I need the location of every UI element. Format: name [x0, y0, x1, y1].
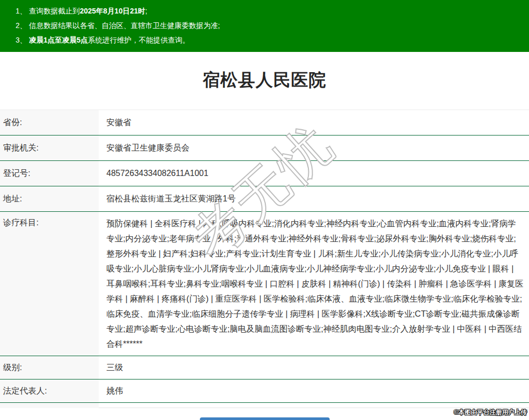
hospital-info-table: 省份: 安徽省 审批机关: 安徽省卫生健康委员会 登记号: 4857263433…: [0, 110, 529, 403]
row-label: 诊疗科目:: [0, 212, 99, 356]
row-label: 级别:: [0, 356, 99, 380]
table-row-level: 级别: 三级: [0, 356, 529, 380]
notice-text: 查询数据截止到: [29, 7, 80, 15]
row-label: 法定代表人:: [0, 380, 99, 403]
notice-line-1: 1、 查询数据截止到2025年8月10日21时;: [16, 4, 524, 18]
row-value: 姚伟: [99, 380, 529, 403]
row-value: 安徽省: [99, 110, 529, 136]
row-value: 安徽省卫生健康委员会: [99, 136, 529, 161]
notice-line-2: 2、 信息数据结果以各省、自治区、直辖市卫生健康委数据为准;: [16, 18, 524, 33]
row-label: 审批机关:: [0, 136, 99, 161]
notice-line-3: 3、 凌晨1点至凌晨5点系统进行维护，不能提供查询。: [16, 33, 524, 47]
table-row-legal-representative: 法定代表人: 姚伟: [0, 380, 529, 403]
partial-next-row: [0, 403, 529, 408]
notice-text: 系统进行维护，不能提供查询。: [88, 36, 189, 44]
table-row-address: 地址: 宿松县松兹街道玉龙社区黄湖路1号: [0, 186, 529, 212]
notice-banner: 1、 查询数据截止到2025年8月10日21时; 2、 信息数据结果以各省、自治…: [0, 0, 529, 52]
hospital-info-page: 1、 查询数据截止到2025年8月10日21时; 2、 信息数据结果以各省、自治…: [0, 0, 529, 420]
row-label: 登记号:: [0, 161, 99, 186]
row-value: 48572634334082611A1001: [99, 161, 529, 186]
notice-number: 1、: [16, 7, 29, 15]
row-value: 宿松县松兹街道玉龙社区黄湖路1号: [99, 186, 529, 212]
notice-text: ;: [145, 7, 147, 15]
row-label: 省份:: [0, 110, 99, 136]
notice-text: 信息数据结果以各省、自治区、直辖市卫生健康委数据为准;: [29, 21, 220, 30]
row-value: 三级: [99, 356, 529, 380]
footer: 〖关闭窗口〗: [0, 417, 529, 420]
upload-caption: ©本图由平台注册用户上传: [454, 408, 527, 417]
partial-row-label-cell: [0, 403, 99, 408]
close-window-button[interactable]: 〖关闭窗口〗: [200, 417, 330, 420]
page-title: 宿松县人民医院: [0, 69, 529, 92]
row-label: 地址:: [0, 186, 99, 212]
notice-bold-text: 2025年8月10日21时: [80, 7, 145, 15]
table-row-medical-subjects: 诊疗科目: 预防保健科 | 全科医疗科 | 内科;呼吸内科专业;消化内科专业;神…: [0, 212, 529, 356]
table-row-approval-authority: 审批机关: 安徽省卫生健康委员会: [0, 136, 529, 161]
table-row-registration-number: 登记号: 48572634334082611A1001: [0, 161, 529, 186]
notice-number: 2、: [16, 21, 29, 30]
table-row-province: 省份: 安徽省: [0, 110, 529, 136]
notice-number: 3、: [16, 36, 29, 44]
row-value: 预防保健科 | 全科医疗科 | 内科;呼吸内科专业;消化内科专业;神经内科专业;…: [99, 212, 529, 356]
notice-bold-text: 凌晨1点至凌晨5点: [29, 36, 88, 44]
